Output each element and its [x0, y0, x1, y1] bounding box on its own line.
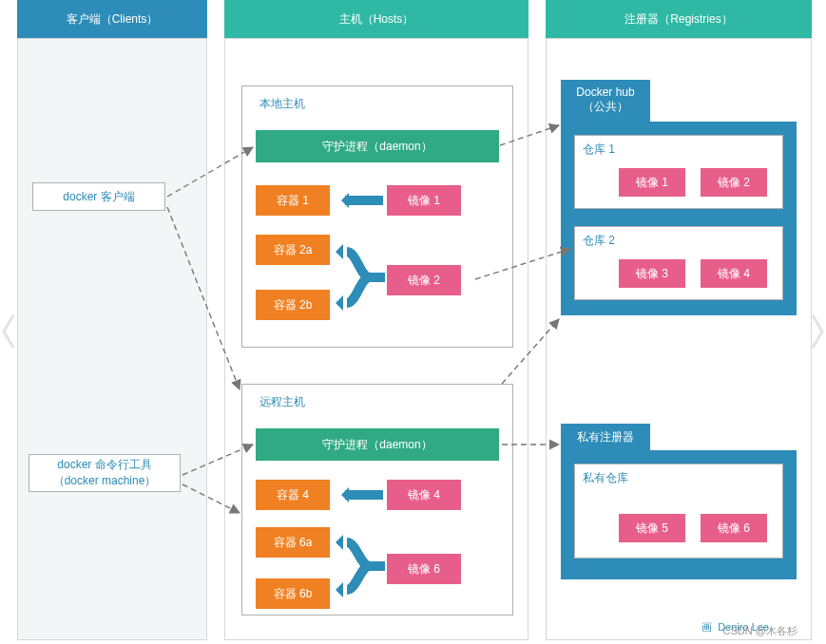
arrow-image1-to-container1: [345, 196, 383, 205]
watermark-text: CSDN @木各杉: [723, 624, 797, 638]
image-2: 镜像 2: [387, 265, 461, 295]
docker-hub-title1: Docker hub: [565, 85, 646, 99]
col-header-clients: 客户端（Clients）: [17, 0, 207, 38]
docker-client-box: docker 客户端: [32, 182, 165, 211]
container-6a: 容器 6a: [256, 527, 330, 558]
repo1-image1: 镜像 1: [619, 168, 685, 197]
arrow-image4-to-container4: [345, 490, 383, 500]
repo-1-title: 仓库 1: [575, 136, 782, 163]
repo1-image2: 镜像 2: [701, 168, 767, 197]
repo-2: 仓库 2 镜像 3 镜像 4: [574, 226, 783, 300]
fork-image2: [332, 246, 385, 309]
container-2a: 容器 2a: [256, 235, 330, 265]
chevron-left-icon[interactable]: [0, 313, 17, 350]
image-6: 镜像 6: [387, 554, 461, 584]
repo2-image4: 镜像 4: [701, 259, 767, 288]
credit-prefix: 画: [701, 621, 712, 633]
private-image5: 镜像 5: [619, 514, 685, 542]
private-repo-title: 私有仓库: [575, 464, 782, 492]
image-1: 镜像 1: [387, 185, 461, 216]
remote-daemon: 守护进程（daemon）: [256, 428, 499, 461]
container-6b: 容器 6b: [256, 578, 330, 609]
remote-host-panel: 远程主机 守护进程（daemon） 容器 4 镜像 4 容器 6a 容器 6b …: [241, 384, 513, 616]
local-host-panel: 本地主机 守护进程（daemon） 容器 1 镜像 1 容器 2a 容器 2b …: [241, 85, 513, 348]
repo2-image3: 镜像 3: [619, 259, 685, 288]
private-registry-body: 私有仓库 镜像 5 镜像 6: [561, 450, 797, 579]
container-2b: 容器 2b: [256, 290, 330, 320]
fork-image6: [332, 537, 385, 596]
repo-2-title: 仓库 2: [575, 227, 782, 255]
col-header-hosts: 主机（Hosts）: [224, 0, 528, 38]
col-header-registries: 注册器（Registries）: [546, 0, 812, 38]
image-4: 镜像 4: [387, 480, 461, 510]
local-host-title: 本地主机: [259, 96, 305, 112]
docker-hub-body: 仓库 1 镜像 1 镜像 2 仓库 2 镜像 3 镜像 4: [561, 122, 797, 315]
container-4: 容器 4: [256, 480, 330, 510]
docker-cli-line2: （docker machine）: [53, 473, 157, 489]
private-repo: 私有仓库 镜像 5 镜像 6: [574, 464, 783, 559]
docker-cli-box: docker 命令行工具 （docker machine）: [29, 454, 181, 492]
docker-cli-line1: docker 命令行工具: [57, 457, 151, 473]
column-clients: [17, 38, 207, 640]
private-registry-tab: 私有注册器: [561, 424, 650, 450]
remote-host-title: 远程主机: [259, 394, 305, 410]
chevron-right-icon[interactable]: [809, 313, 826, 350]
repo-1: 仓库 1 镜像 1 镜像 2: [574, 135, 783, 209]
private-image6: 镜像 6: [701, 514, 767, 542]
docker-hub-tab: Docker hub （公共）: [561, 80, 650, 122]
diagram-canvas: 客户端（Clients） 主机（Hosts） 注册器（Registries） d…: [0, 0, 826, 644]
local-daemon: 守护进程（daemon）: [256, 130, 499, 162]
docker-hub-title2: （公共）: [565, 99, 646, 115]
container-1: 容器 1: [256, 185, 330, 216]
